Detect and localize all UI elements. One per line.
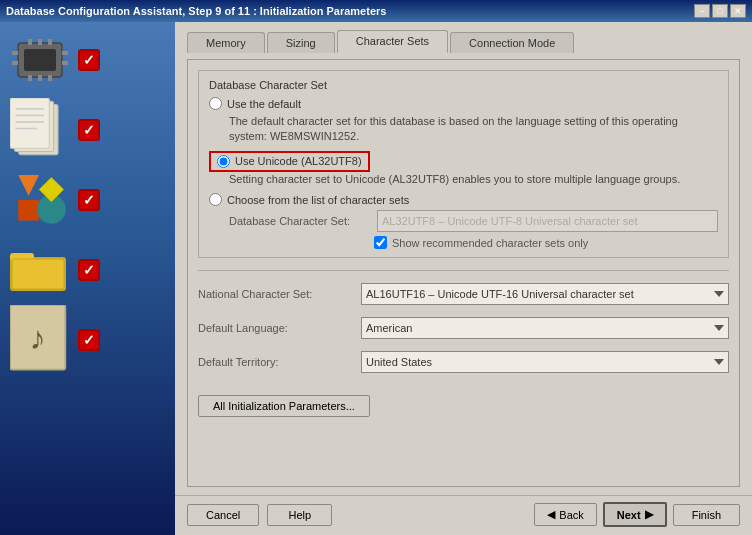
check-badge-2: ✓ — [78, 119, 100, 141]
radio-unicode-label: Use Unicode (AL32UTF8) — [235, 155, 362, 167]
svg-rect-4 — [48, 39, 52, 45]
show-recommended-checkbox[interactable] — [374, 236, 387, 249]
default-language-row: Default Language: American — [198, 317, 729, 339]
radio-default[interactable] — [209, 97, 222, 110]
title-bar: Database Configuration Assistant, Step 9… — [0, 0, 752, 22]
tab-memory[interactable]: Memory — [187, 32, 265, 53]
default-language-label: Default Language: — [198, 322, 353, 334]
svg-rect-6 — [38, 75, 42, 81]
svg-rect-11 — [62, 61, 68, 65]
character-sets-panel: Database Character Set Use the default T… — [187, 59, 740, 487]
back-arrow-icon: ◀ — [547, 508, 555, 521]
chip-icon — [10, 32, 70, 87]
svg-rect-1 — [24, 49, 56, 71]
tab-connection-mode[interactable]: Connection Mode — [450, 32, 574, 53]
svg-rect-25 — [12, 259, 64, 289]
init-params-container: All Initialization Parameters... — [198, 391, 729, 417]
sidebar-item-5: ♪ ✓ — [10, 312, 165, 367]
check-badge-3: ✓ — [78, 189, 100, 211]
svg-text:♪: ♪ — [30, 320, 46, 356]
tab-sizing[interactable]: Sizing — [267, 32, 335, 53]
default-territory-label: Default Territory: — [198, 356, 353, 368]
shapes-icon — [10, 172, 70, 227]
sidebar-item-4: ✓ — [10, 242, 165, 297]
minimize-button[interactable]: − — [694, 4, 710, 18]
db-charset-title: Database Character Set — [209, 79, 718, 91]
radio-unicode-container: Use Unicode (AL32UTF8) — [209, 151, 718, 172]
svg-marker-19 — [18, 175, 39, 196]
svg-rect-14 — [10, 98, 49, 148]
check-badge-1: ✓ — [78, 49, 100, 71]
svg-rect-5 — [28, 75, 32, 81]
note-icon: ♪ — [10, 312, 70, 367]
back-label: Back — [559, 509, 583, 521]
main-container: ✓ ✓ — [0, 22, 752, 535]
default-territory-row: Default Territory: United States — [198, 351, 729, 373]
back-button[interactable]: ◀ Back — [534, 503, 596, 526]
radio-unicode[interactable] — [217, 155, 230, 168]
window-title: Database Configuration Assistant, Step 9… — [6, 5, 386, 17]
default-description: The default character set for this datab… — [229, 114, 718, 145]
separator — [198, 270, 729, 271]
help-button[interactable]: Help — [267, 504, 332, 526]
radio-choose-label: Choose from the list of character sets — [227, 194, 409, 206]
svg-rect-9 — [12, 61, 18, 65]
svg-rect-20 — [18, 200, 39, 221]
bottom-left-buttons: Cancel Help — [187, 504, 332, 526]
finish-button[interactable]: Finish — [673, 504, 740, 526]
bottom-right-buttons: ◀ Back Next ▶ Finish — [534, 502, 740, 527]
unicode-selected-box: Use Unicode (AL32UTF8) — [209, 151, 370, 172]
show-recommended-row: Show recommended character sets only — [374, 236, 718, 249]
check-badge-5: ✓ — [78, 329, 100, 351]
db-charset-dropdown-label: Database Character Set: — [229, 215, 369, 227]
sidebar-item-3: ✓ — [10, 172, 165, 227]
right-panel: Memory Sizing Character Sets Connection … — [175, 22, 752, 535]
maximize-button[interactable]: □ — [712, 4, 728, 18]
national-charset-row: National Character Set: AL16UTF16 – Unic… — [198, 283, 729, 305]
next-button[interactable]: Next ▶ — [603, 502, 667, 527]
sidebar: ✓ ✓ — [0, 22, 175, 535]
tab-character-sets[interactable]: Character Sets — [337, 30, 448, 53]
national-charset-select[interactable]: AL16UTF16 – Unicode UTF-16 Universal cha… — [361, 283, 729, 305]
content-area: Memory Sizing Character Sets Connection … — [175, 22, 752, 495]
sidebar-item-1: ✓ — [10, 32, 165, 87]
unicode-description: Setting character set to Unicode (AL32UT… — [229, 172, 718, 187]
title-bar-buttons: − □ ✕ — [694, 4, 746, 18]
svg-rect-3 — [38, 39, 42, 45]
close-button[interactable]: ✕ — [730, 4, 746, 18]
folder-icon — [10, 242, 70, 297]
national-charset-label: National Character Set: — [198, 288, 353, 300]
svg-rect-7 — [48, 75, 52, 81]
default-language-select[interactable]: American — [361, 317, 729, 339]
tabs: Memory Sizing Character Sets Connection … — [187, 30, 740, 53]
svg-rect-2 — [28, 39, 32, 45]
svg-rect-8 — [12, 51, 18, 55]
radio-choose[interactable] — [209, 193, 222, 206]
db-charset-select[interactable]: AL32UTF8 – Unicode UTF-8 Universal chara… — [377, 210, 718, 232]
cancel-button[interactable]: Cancel — [187, 504, 259, 526]
radio-choose-row: Choose from the list of character sets — [209, 193, 718, 206]
bottom-bar: Cancel Help ◀ Back Next ▶ Finish — [175, 495, 752, 535]
docs-icon — [10, 102, 70, 157]
db-charset-dropdown-row: Database Character Set: AL32UTF8 – Unico… — [229, 210, 718, 232]
show-recommended-label: Show recommended character sets only — [392, 237, 588, 249]
radio-default-row: Use the default — [209, 97, 718, 110]
svg-rect-10 — [62, 51, 68, 55]
db-charset-section: Database Character Set Use the default T… — [198, 70, 729, 258]
sidebar-item-2: ✓ — [10, 102, 165, 157]
default-territory-select[interactable]: United States — [361, 351, 729, 373]
radio-default-label: Use the default — [227, 98, 301, 110]
next-label: Next — [617, 509, 641, 521]
next-arrow-icon: ▶ — [645, 508, 653, 521]
check-badge-4: ✓ — [78, 259, 100, 281]
init-params-button[interactable]: All Initialization Parameters... — [198, 395, 370, 417]
